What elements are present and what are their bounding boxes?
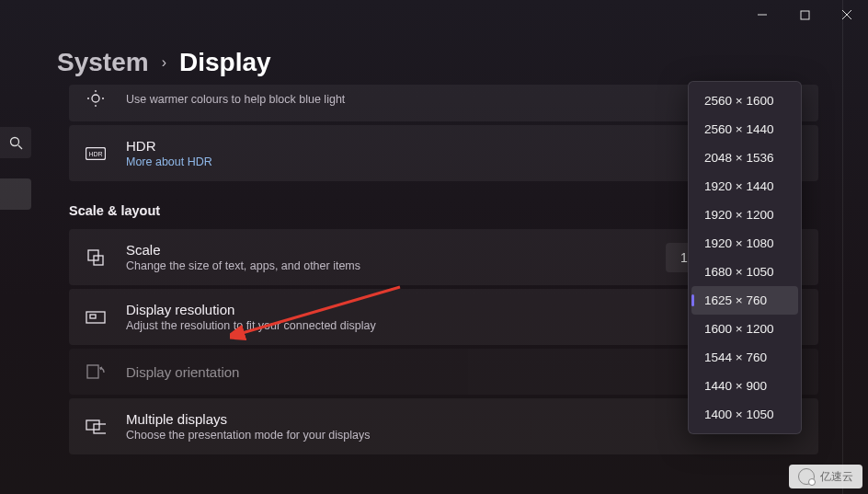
nav-rail xyxy=(0,127,31,230)
minimize-icon xyxy=(757,9,768,20)
maximize-icon xyxy=(800,10,810,20)
svg-line-5 xyxy=(18,145,22,149)
resolution-option[interactable]: 2560 × 1600 xyxy=(691,86,798,115)
resolution-option[interactable]: 1440 × 900 xyxy=(691,372,798,400)
hdr-link[interactable]: More about HDR xyxy=(126,155,776,168)
nav-system[interactable] xyxy=(0,178,31,210)
breadcrumb-display: Display xyxy=(179,48,271,77)
search-icon xyxy=(9,136,23,150)
scale-sub: Change the size of text, apps, and other… xyxy=(126,259,666,272)
watermark-icon xyxy=(798,468,815,485)
nav-search[interactable] xyxy=(0,127,31,158)
resolution-option[interactable]: 1600 × 1200 xyxy=(691,315,798,343)
resolution-option[interactable]: 1400 × 1050 xyxy=(691,400,798,429)
svg-text:HDR: HDR xyxy=(88,151,102,157)
resolution-option[interactable]: 1680 × 1050 xyxy=(691,258,798,286)
close-icon xyxy=(841,9,852,20)
vertical-separator xyxy=(842,0,843,494)
watermark-text: 亿速云 xyxy=(820,469,853,485)
svg-point-6 xyxy=(92,95,99,102)
svg-rect-17 xyxy=(87,365,98,378)
breadcrumb-system[interactable]: System xyxy=(57,48,149,77)
close-button[interactable] xyxy=(826,0,868,29)
svg-rect-18 xyxy=(86,420,99,430)
resolution-option[interactable]: 1625 × 760 xyxy=(691,286,798,315)
settings-window: System › Display Use warmer colours to h… xyxy=(0,0,868,494)
hdr-icon: HDR xyxy=(86,144,106,164)
window-controls xyxy=(741,0,868,29)
resolution-option[interactable]: 1920 × 1440 xyxy=(691,172,798,201)
resolution-option[interactable]: 2560 × 1440 xyxy=(691,115,798,144)
multi-sub: Choose the presentation mode for your di… xyxy=(126,429,776,442)
minimize-button[interactable] xyxy=(741,0,783,29)
orientation-icon xyxy=(86,362,106,382)
svg-point-4 xyxy=(10,137,18,145)
maximize-button[interactable] xyxy=(783,0,826,29)
resolution-dropdown[interactable]: 2560 × 16002560 × 14402048 × 15361920 × … xyxy=(688,81,802,434)
hdr-title: HDR xyxy=(126,138,776,154)
watermark: 亿速云 xyxy=(789,465,862,488)
breadcrumb: System › Display xyxy=(57,48,271,77)
chevron-right-icon: › xyxy=(162,54,166,71)
resolution-option[interactable]: 1920 × 1200 xyxy=(691,201,798,229)
resolution-icon xyxy=(86,307,106,327)
resolution-option[interactable]: 2048 × 1536 xyxy=(691,144,798,172)
night-light-icon xyxy=(86,88,106,109)
svg-rect-1 xyxy=(801,11,809,19)
scale-title: Scale xyxy=(126,242,666,258)
resolution-option[interactable]: 1920 × 1080 xyxy=(691,229,798,258)
svg-rect-16 xyxy=(90,315,96,318)
multiple-displays-icon xyxy=(86,417,106,437)
multi-title: Multiple displays xyxy=(126,411,776,427)
night-light-sub: Use warmer colours to help block blue li… xyxy=(126,93,776,106)
scale-icon xyxy=(86,247,106,268)
resolution-option[interactable]: 1544 × 760 xyxy=(691,343,798,372)
